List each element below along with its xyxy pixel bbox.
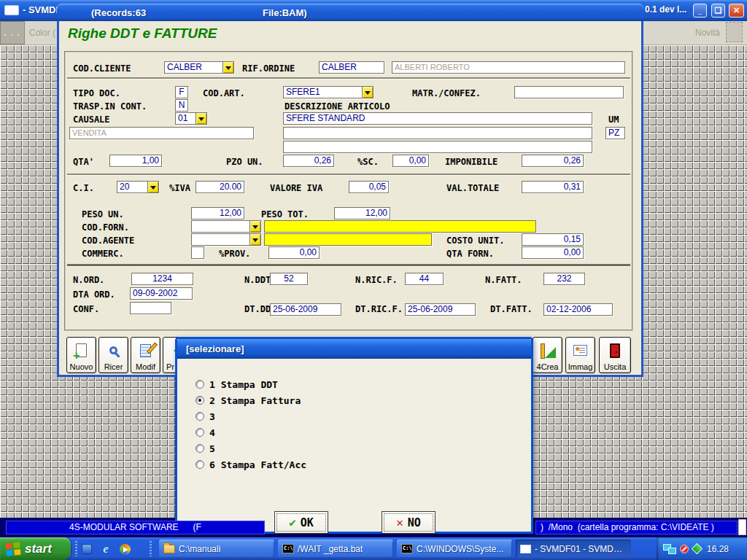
option-label: 6 Stampa Fatt/Acc [209, 459, 306, 470]
commerc-field[interactable] [191, 246, 204, 259]
ok-button[interactable]: OK [274, 511, 328, 534]
no-access-icon[interactable] [680, 545, 689, 553]
cod-forn-desc-field[interactable] [264, 220, 536, 233]
dt-fatt-label: DT.FATT. [490, 304, 533, 314]
option-4[interactable]: 4 [196, 427, 215, 438]
tipo-doc-field[interactable]: F [175, 86, 188, 98]
n-ric-f-field[interactable]: 44 [405, 273, 444, 285]
option-stampa-ddt[interactable]: 1 Stampa DDT [196, 378, 278, 390]
toolbar-right-button[interactable] [726, 22, 743, 42]
prov-field[interactable]: 0,00 [268, 246, 320, 259]
taskbar-item-label: C:\WINDOWS\Syste... [417, 544, 503, 554]
cod-cliente-dropdown-button[interactable] [222, 62, 233, 73]
edit-icon [131, 341, 160, 360]
iva-field[interactable]: 20.00 [196, 181, 244, 193]
qta-field[interactable]: 1,00 [109, 155, 162, 167]
um-field[interactable]: PZ [605, 127, 625, 139]
costo-unit-field[interactable]: 0,15 [522, 233, 584, 246]
ricer-button[interactable]: Ricer [98, 337, 128, 373]
descrizione-field-3[interactable] [283, 141, 592, 153]
no-button[interactable]: NO [382, 511, 436, 534]
restore-button[interactable]: ❏ [711, 4, 725, 18]
qta-forn-field[interactable]: 0,00 [522, 246, 584, 259]
cod-agente-combo[interactable] [191, 233, 261, 246]
rif-ordine-field[interactable]: CALBER [319, 61, 384, 74]
option-stampa-fattura[interactable]: 2 Stampa Fattura [196, 394, 301, 406]
option-5[interactable]: 5 [196, 443, 215, 454]
val-totale-field[interactable]: 0,31 [522, 181, 584, 193]
cod-forn-dropdown-button[interactable] [249, 221, 260, 232]
conf-field[interactable] [130, 302, 171, 314]
crea-button[interactable]: 4Crea [533, 337, 562, 373]
descrizione-field-2[interactable] [283, 127, 592, 139]
parent-window-title-right: 0.1 dev l... [645, 4, 686, 15]
cod-art-value: SFERE1 [286, 87, 320, 97]
cod-forn-combo[interactable] [191, 220, 261, 233]
dt-fatt-field[interactable]: 02-12-2006 [543, 303, 613, 316]
causale-desc-field[interactable]: VENDITA [69, 127, 254, 139]
uscita-button[interactable]: Uscita [599, 337, 631, 373]
cod-agente-dropdown-button[interactable] [249, 234, 260, 245]
option-3[interactable]: 3 [196, 411, 215, 422]
nuovo-button[interactable]: Nuovo [66, 337, 96, 373]
window-icon[interactable] [4, 5, 19, 15]
dt-ric-f-field[interactable]: 25-06-2009 [405, 303, 476, 316]
form-title-file: File:BAM) [263, 7, 307, 18]
internet-explorer-icon[interactable]: e [99, 542, 112, 556]
form-window-titlebar: (Records:63 File:BAM) [57, 4, 643, 21]
sc-field[interactable]: 0,00 [392, 155, 429, 167]
radio-icon[interactable] [196, 460, 204, 469]
valore-iva-field[interactable]: 0,05 [349, 181, 389, 193]
causale-dropdown-button[interactable] [196, 113, 206, 124]
cod-cliente-value: CALBER [167, 62, 202, 72]
start-button[interactable]: start [0, 537, 71, 560]
taskbar-item-windows-system[interactable]: C:\WINDOWS\Syste... [397, 540, 512, 558]
taskbar-item-label: - SVMDF01 - SVMDF0... [535, 544, 627, 554]
dt-ddt-field[interactable]: 25-06-2009 [270, 303, 341, 316]
taskbar-item-manuali[interactable]: C:\manuali [159, 540, 274, 558]
cod-agente-desc-field[interactable] [264, 233, 432, 246]
ci-combo[interactable]: 20 [117, 181, 159, 193]
network-icon[interactable] [663, 544, 676, 553]
modif-button[interactable]: Modif [131, 337, 160, 373]
ci-dropdown-button[interactable] [147, 182, 158, 192]
toolbar-grip-button[interactable]: ... [0, 21, 25, 44]
conf-label: CONF. [73, 304, 99, 314]
imponibile-field[interactable]: 0,26 [522, 155, 584, 167]
start-button-label: start [25, 542, 52, 556]
taskbar-item-svmdf01[interactable]: - SVMDF01 - SVMDF0... [516, 540, 631, 558]
pzo-un-field[interactable]: 0,26 [283, 155, 334, 167]
cod-art-dropdown-button[interactable] [362, 87, 373, 98]
trasp-in-cont-field[interactable]: N [175, 99, 188, 112]
n-ord-field[interactable]: 1234 [131, 273, 193, 285]
radio-icon[interactable] [196, 444, 204, 453]
option-stampa-fatt-acc[interactable]: 6 Stampa Fatt/Acc [196, 459, 306, 470]
radio-icon[interactable] [196, 380, 204, 389]
minimize-button[interactable]: _ [693, 4, 707, 18]
radio-selected-icon[interactable] [196, 396, 204, 405]
n-ddt-label: N.DDT [244, 275, 271, 285]
close-button[interactable]: ✕ [729, 4, 744, 18]
quicklaunch-app-icon[interactable] [80, 542, 93, 556]
radio-icon[interactable] [196, 412, 204, 421]
descrizione-field-1[interactable]: SFERE STANDARD [283, 112, 592, 125]
cod-cliente-combo[interactable]: CALBER [164, 61, 234, 74]
cliente-nome-field[interactable]: ALBERTI ROBERTO [392, 61, 625, 74]
option-label: 3 [209, 411, 215, 422]
n-ddt-field[interactable]: 52 [270, 273, 308, 285]
taskbar-item-label: /WAIT _getta.bat [298, 544, 363, 554]
peso-tot-field[interactable]: 12,00 [334, 207, 390, 219]
immag-button[interactable]: Immag [565, 337, 595, 373]
causale-combo[interactable]: 01 [175, 112, 207, 125]
taskbar-item-getta-bat[interactable]: /WAIT _getta.bat [278, 540, 393, 558]
peso-un-field[interactable]: 12,00 [191, 207, 244, 219]
radio-icon[interactable] [196, 428, 204, 437]
n-fatt-field[interactable]: 232 [543, 273, 585, 285]
matr-confez-field[interactable] [514, 86, 624, 98]
dta-ord-field[interactable]: 09-09-2002 [130, 287, 193, 300]
cod-art-combo[interactable]: SFERE1 [283, 86, 374, 98]
commerc-label: COMMERC. [82, 249, 124, 259]
antivirus-icon[interactable] [692, 543, 703, 555]
windows-logo-icon [5, 542, 21, 556]
media-player-icon[interactable] [118, 542, 131, 556]
